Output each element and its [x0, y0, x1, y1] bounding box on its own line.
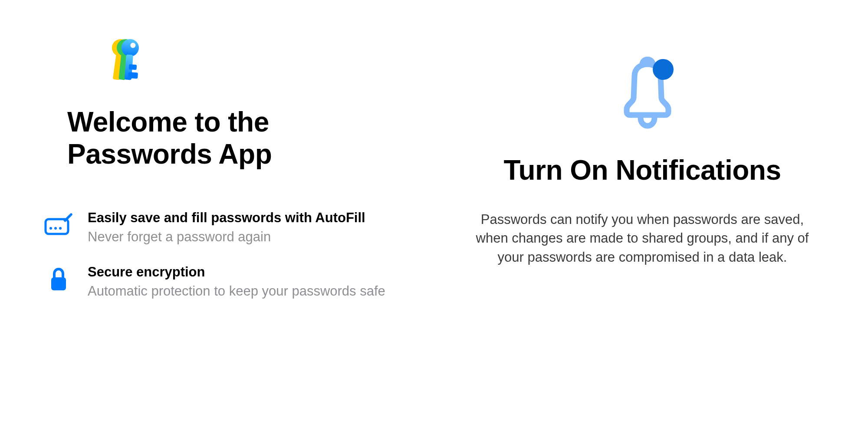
welcome-title: Welcome to the Passwords App — [67, 106, 408, 170]
feature-text-autofill: Easily save and fill passwords with Auto… — [88, 209, 408, 246]
svg-point-20 — [653, 59, 674, 80]
feature-title-autofill: Easily save and fill passwords with Auto… — [88, 209, 408, 227]
feature-subtitle-encryption: Automatic protection to keep your passwo… — [88, 283, 408, 300]
feature-item-autofill: Easily save and fill passwords with Auto… — [43, 209, 408, 246]
svg-rect-19 — [51, 277, 66, 290]
notifications-body: Passwords can notify you when passwords … — [473, 210, 812, 266]
svg-rect-13 — [128, 64, 137, 70]
feature-list: Easily save and fill passwords with Auto… — [43, 209, 408, 300]
feature-title-encryption: Secure encryption — [88, 263, 408, 281]
bell-badge-icon — [460, 52, 825, 130]
svg-rect-14 — [128, 72, 138, 79]
feature-subtitle-autofill: Never forget a password again — [88, 228, 408, 246]
welcome-panel: Welcome to the Passwords App Easily save… — [0, 0, 434, 434]
svg-point-17 — [54, 227, 57, 230]
notifications-panel: Turn On Notifications Passwords can noti… — [434, 0, 868, 434]
svg-point-16 — [49, 227, 52, 230]
autofill-icon — [43, 209, 74, 236]
passwords-app-icon — [91, 35, 143, 87]
feature-item-encryption: Secure encryption Automatic protection t… — [43, 263, 408, 300]
notifications-title: Turn On Notifications — [460, 154, 825, 186]
lock-icon — [43, 263, 74, 291]
svg-point-18 — [59, 227, 62, 230]
feature-text-encryption: Secure encryption Automatic protection t… — [88, 263, 408, 300]
